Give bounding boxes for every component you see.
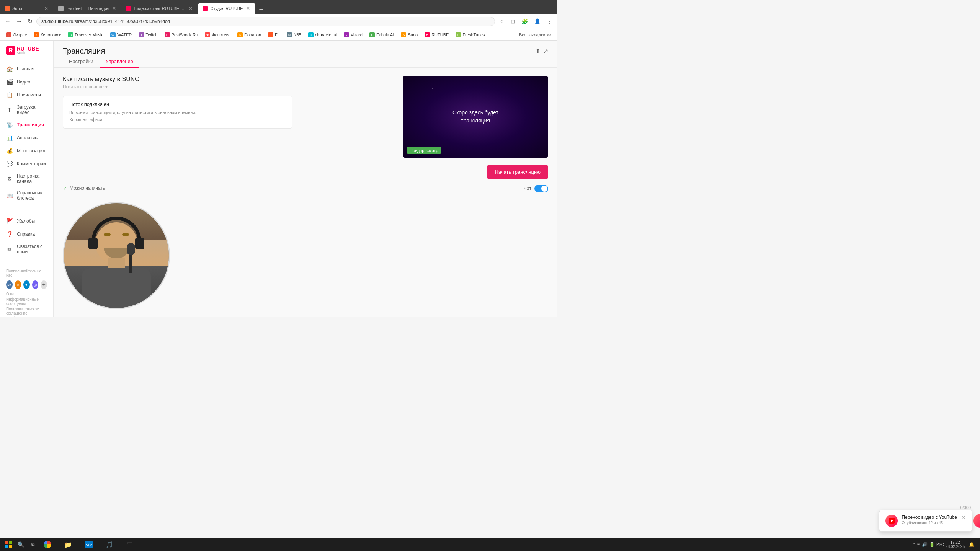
bookmark-fabula[interactable]: F Fabula AI — [366, 31, 397, 38]
monetize-icon: 💰 — [6, 147, 13, 154]
sidebar-item-upload-label: Загрузка видео — [17, 104, 47, 115]
sidebar-item-complaints[interactable]: 🚩 Жалобы — [0, 215, 53, 228]
bookmark-fl-icon: F — [268, 32, 273, 37]
home-icon: 🏠 — [6, 65, 13, 72]
external-link-button[interactable]: ↗ — [543, 47, 548, 55]
stream-desc-text: Показать описание — [63, 84, 104, 90]
bookmark-suno-label: Suno — [408, 33, 418, 37]
social-viber[interactable]: ◎ — [32, 280, 39, 289]
preview-text-container: Скоро здесь будет трансляция — [452, 109, 498, 125]
bookmark-character[interactable]: c character.ai — [305, 31, 340, 38]
bookmark-twitch[interactable]: T Twitch — [136, 31, 161, 38]
user-agreement-link[interactable]: Пользовательское соглашение — [6, 307, 47, 315]
sidebar-item-monetize-label: Монетизация — [17, 148, 45, 153]
nav-actions: ☆ ⊡ 🧩 👤 ⋮ — [497, 17, 554, 26]
bookmark-fonoteka[interactable]: Ф Фонотека — [202, 31, 234, 38]
bookmark-vizard[interactable]: V Vizard — [341, 31, 366, 38]
sidebar-item-stream[interactable]: 📡 Трансляция — [0, 118, 53, 131]
sidebar-item-monetize[interactable]: 💰 Монетизация — [0, 144, 53, 157]
bookmark-postshock[interactable]: P PostShock.Ru — [162, 31, 201, 38]
sidebar-item-video-label: Видео — [17, 79, 30, 85]
sidebar-item-blogger-help[interactable]: 📖 Справочник блогера — [0, 187, 53, 204]
all-bookmarks[interactable]: Все закладки >> — [516, 33, 554, 37]
social-telegram[interactable]: ✈ — [23, 280, 30, 289]
bookmark-litres-icon: L — [6, 32, 11, 37]
sidebar-item-main[interactable]: 🏠 Главная — [0, 62, 53, 75]
preview-container: Скоро здесь будет трансляция Предпросмот… — [403, 76, 548, 192]
bookmark-donation[interactable]: D Donation — [234, 31, 264, 38]
sidebar-item-comments-label: Комментарии — [17, 161, 46, 166]
page-content: R RUTUBE Studio 🏠 Главная 🎬 Видео 📋 Плей… — [0, 41, 557, 317]
bookmark-rutube-bm-label: RUTUBE — [431, 33, 449, 37]
sidebar-item-channel-settings[interactable]: ⚙ Настройка канала — [0, 170, 53, 187]
left-panel: Как писать музыку в SUNO Показать описан… — [63, 76, 394, 194]
sidebar-item-reference[interactable]: ❓ Справка — [0, 228, 53, 241]
social-vk[interactable]: вк — [6, 280, 13, 289]
menu-button[interactable]: ⋮ — [544, 17, 554, 26]
tab-wikipedia[interactable]: Two feet — Википедия ✕ — [54, 3, 121, 14]
sidebar-item-analytics[interactable]: 📊 Аналитика — [0, 131, 53, 144]
address-bar[interactable]: studio.rutube.ru/stream/2d368c9911414150… — [36, 17, 495, 26]
forward-button[interactable]: → — [15, 16, 24, 26]
social-plus[interactable]: + — [41, 280, 47, 289]
tab-close-suno[interactable]: ✕ — [44, 6, 49, 11]
tab-studio[interactable]: Студия RUTUBE ✕ — [198, 3, 255, 14]
tab-favicon-suno — [5, 6, 10, 11]
info-messages-link[interactable]: Информационные сообщения — [6, 297, 47, 306]
screen-cast[interactable]: ⊡ — [508, 17, 518, 26]
bookmark-suno[interactable]: S Suno — [398, 31, 421, 38]
bookmark-n85[interactable]: N N85 — [284, 31, 304, 38]
tab-rutube-video[interactable]: Видеохостинг RUTUBE. Смотр... ✕ — [121, 3, 198, 14]
tab-close-rutube[interactable]: ✕ — [188, 6, 193, 11]
logo-icon: R — [6, 46, 15, 55]
bookmark-fl[interactable]: F FL — [265, 31, 283, 38]
reload-button[interactable]: ↻ — [26, 16, 34, 26]
tab-manage[interactable]: Управление — [100, 55, 139, 68]
webcam-preview — [63, 202, 170, 309]
bookmark-vizard-label: Vizard — [351, 33, 363, 37]
bookmark-litres[interactable]: L Литрес — [3, 31, 30, 38]
bookmark-water[interactable]: W WATER — [107, 31, 135, 38]
headphone-left — [88, 238, 98, 249]
bookmark-kinopoisk[interactable]: K Кинопоиск — [31, 31, 64, 38]
content-area: Как писать музыку в SUNO Показать описан… — [54, 68, 557, 202]
about-link[interactable]: О нас — [6, 292, 47, 296]
headphones-band — [91, 217, 141, 241]
tab-close-wiki[interactable]: ✕ — [111, 6, 117, 11]
mic-head — [127, 243, 135, 255]
chevron-down-icon: ▼ — [105, 85, 108, 89]
tab-settings[interactable]: Настройки — [63, 55, 100, 68]
new-tab-button[interactable]: + — [255, 6, 267, 14]
share-button[interactable]: ⬆ — [535, 47, 540, 55]
social-ok[interactable]: ○ — [15, 280, 21, 289]
bookmark-postshock-label: PostShock.Ru — [172, 33, 198, 37]
upload-icon: ⬆ — [6, 106, 13, 113]
stream-status-desc1: Во время трансляции доступна статистика … — [69, 109, 286, 116]
sidebar-item-comments[interactable]: 💬 Комментарии — [0, 157, 53, 170]
video-icon: 🎬 — [6, 78, 13, 85]
bookmark-twitch-label: Twitch — [146, 33, 158, 37]
stream-status-title: Поток подключён — [69, 101, 286, 107]
sidebar-logo[interactable]: R RUTUBE Studio — [0, 41, 53, 59]
bookmark-star[interactable]: ☆ — [497, 17, 507, 26]
sidebar-item-playlists[interactable]: 📋 Плейлисты — [0, 88, 53, 101]
sidebar-item-contact[interactable]: ✉ Связаться с нами — [0, 241, 53, 258]
privacy-link[interactable]: Конфиденциальность — [6, 316, 47, 317]
bookmark-rutube-bm[interactable]: R RUTUBE — [421, 31, 452, 38]
bookmark-freshtunes[interactable]: F FreshTunes — [452, 31, 488, 38]
chat-toggle[interactable] — [534, 185, 548, 192]
sidebar-reference-label: Справка — [17, 231, 35, 237]
bookmark-discover[interactable]: D Discover Music — [65, 31, 106, 38]
stream-desc-link[interactable]: Показать описание ▼ — [63, 84, 394, 90]
profile-button[interactable]: 👤 — [532, 17, 543, 26]
sidebar-item-upload[interactable]: ⬆ Загрузка видео — [0, 101, 53, 118]
tab-close-studio[interactable]: ✕ — [245, 6, 251, 11]
tab-suno[interactable]: Suno ✕ — [0, 3, 54, 14]
tab-title-wiki: Two feet — Википедия — [66, 6, 109, 11]
sidebar-item-video[interactable]: 🎬 Видео — [0, 75, 53, 88]
webcam-bg — [64, 203, 169, 308]
bookmark-fonoteka-icon: Ф — [205, 32, 210, 37]
start-stream-button[interactable]: Начать трансляцию — [487, 165, 548, 179]
back-button[interactable]: ← — [3, 16, 12, 26]
extensions[interactable]: 🧩 — [519, 17, 530, 26]
